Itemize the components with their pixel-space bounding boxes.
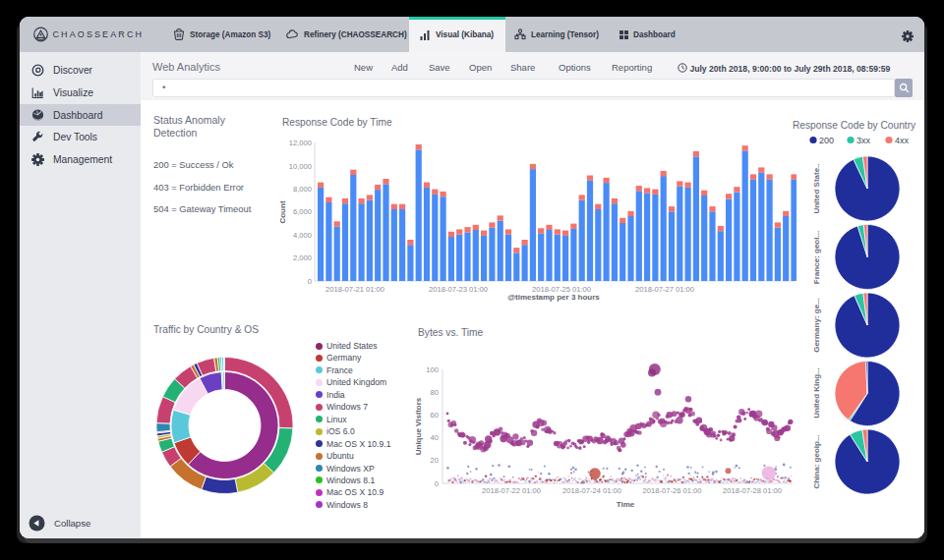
svg-text:40: 40 [431,433,439,442]
svg-text:80: 80 [431,388,439,397]
svg-text:@timestamp per 3 hours: @timestamp per 3 hours [507,293,600,302]
svg-text:60: 60 [431,411,439,420]
svg-text:12,000: 12,000 [289,139,312,147]
svg-text:2018-07-23 01:00: 2018-07-23 01:00 [429,285,488,294]
svg-text:100: 100 [426,365,439,374]
svg-text:6,000: 6,000 [293,207,312,216]
svg-text:2018-07-21 01:00: 2018-07-21 01:00 [325,285,384,294]
svg-text:8,000: 8,000 [293,185,312,194]
svg-text:4xx: 4xx [895,136,910,145]
svg-text:United State..: United State.. [812,163,821,213]
svg-text:2018-07-24 01:00: 2018-07-24 01:00 [562,486,621,495]
svg-text:4,000: 4,000 [293,231,312,240]
svg-text:2,000: 2,000 [293,253,312,262]
svg-text:10,000: 10,000 [289,162,312,171]
svg-text:Time: Time [617,500,635,509]
svg-text:200: 200 [819,136,834,145]
svg-text:20: 20 [431,456,439,465]
svg-text:Germany: ge...: Germany: ge... [812,298,821,353]
svg-text:2018-07-22 01:00: 2018-07-22 01:00 [482,486,541,495]
svg-text:Unique Visitors: Unique Visitors [414,397,423,455]
svg-text:China: geoip...: China: geoip... [812,434,821,488]
svg-text:Response Code by Country: Response Code by Country [793,120,916,131]
svg-text:3xx: 3xx [856,136,871,145]
svg-text:2018-07-28 01:00: 2018-07-28 01:00 [723,486,782,495]
svg-text:2018-07-26 01:00: 2018-07-26 01:00 [643,486,702,495]
svg-text:0: 0 [308,277,312,286]
svg-text:2018-07-27 01:00: 2018-07-27 01:00 [635,285,694,294]
svg-text:Count: Count [278,200,287,223]
svg-text:France: geoi...: France: geoi... [812,231,821,284]
svg-text:0: 0 [435,479,439,488]
svg-text:United King...: United King... [812,367,821,419]
svg-text:Bytes vs. Time: Bytes vs. Time [418,327,484,338]
svg-text:Response Code by Time: Response Code by Time [282,117,392,128]
